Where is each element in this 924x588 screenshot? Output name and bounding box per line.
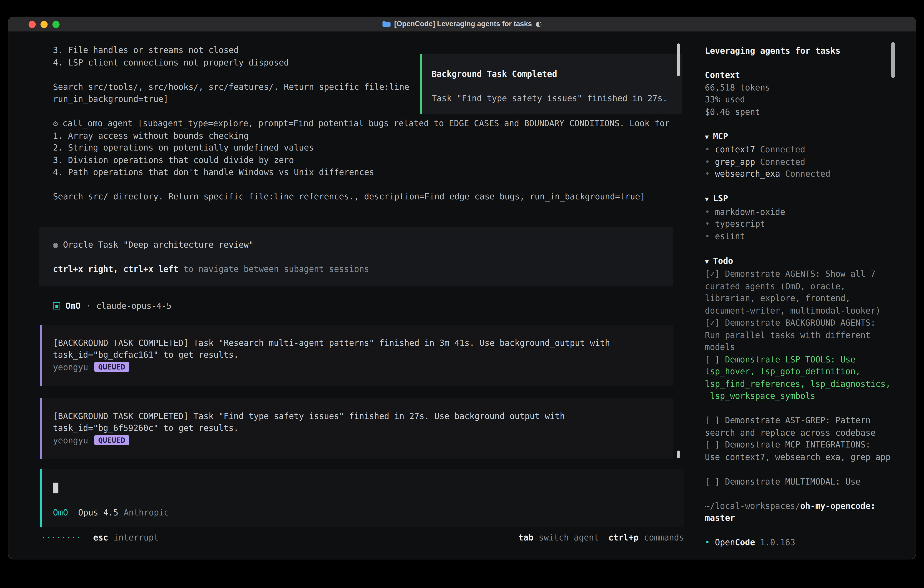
todo-item-pending: [ ] Demonstrate MULTIMODAL: Use [705,475,896,487]
lsp-server-name: markdown-oxide [715,206,785,218]
queued-status-badge: QUEUED [94,435,129,445]
git-branch: master [705,513,735,522]
status-dot-icon: • [705,536,710,548]
context-stats: 66,518 tokens 33% used $0.46 spent [705,81,896,118]
window-title: [OpenCode] Leveraging agents for tasks [394,18,532,30]
queued-status-badge: QUEUED [94,362,129,372]
input-agent-name: OmO [53,506,68,519]
mcp-item: •grep_appConnected [705,155,896,168]
todo-item-done: [✓] Demonstrate AGENTS: Show all 7 curat… [705,268,896,317]
folder-icon [382,21,391,28]
tool-call-text: call_omo_agent [subagent_type=explore, p… [53,117,670,203]
session-timer-icon: ◐ [535,18,541,30]
commands-key-label: commands [644,531,684,543]
main-scrollbar-thumb[interactable] [677,451,680,458]
window-title-group: [OpenCode] Leveraging agents for tasks ◐ [382,18,541,30]
bullet-icon: • [705,206,710,218]
todo-item-done: [✓] Demonstrate BACKGROUND AGENTS: Run p… [705,317,896,353]
lsp-item: •eslint [705,230,896,243]
sidebar: Leveraging agents for tasks Context 66,5… [705,45,896,548]
close-window-button[interactable] [29,21,36,28]
lsp-section-header[interactable]: ▼LSP [705,192,896,206]
mcp-item: •websearch_exaConnected [705,168,896,180]
background-task-toast: Background Task Completed Task "Find typ… [421,54,682,114]
input-model-name: Opus 4.5 [78,506,119,519]
title-bar[interactable]: [OpenCode] Leveraging agents for tasks ◐ [8,17,916,31]
context-heading: Context [705,69,896,81]
terminal-window: [OpenCode] Leveraging agents for tasks ◐… [8,17,916,559]
app-name-bold: Code [735,536,755,548]
main-scrollbar-thumb[interactable] [677,43,680,76]
message-text: [BACKGROUND TASK COMPLETED] Task "Find t… [53,410,673,434]
oracle-task-panel: ◉ Oracle Task "Deep architecture review"… [39,227,673,286]
chevron-down-icon: ▼ [705,258,709,265]
message-author: yeongyu [53,434,88,446]
zoom-window-button[interactable] [52,21,59,28]
mcp-heading: MCP [713,131,728,141]
mcp-server-status: Connected [785,168,830,180]
message-author-row: yeongyu QUEUED [53,361,673,373]
oracle-hint-keys: ctrl+x right, ctrl+x left [53,264,178,274]
message-author-row: yeongyu QUEUED [53,434,673,446]
workspace-path: ~/local-workspaces/ [705,501,800,510]
terminal-scrollback-text: 3. File handles or streams not closed 4.… [53,44,409,105]
session-title: Leveraging agents for tasks [705,45,896,57]
mcp-section-header[interactable]: ▼MCP [705,130,896,144]
mcp-server-status: Connected [760,144,805,156]
bullet-icon: • [705,144,710,156]
message-author: yeongyu [53,361,88,373]
input-provider-name: Anthropic [124,506,169,519]
lsp-server-name: eslint [715,230,745,243]
status-bar: ········ esc interrupt tab switch agent … [41,531,684,543]
esc-key-label: interrupt [114,531,159,543]
chevron-down-icon: ▼ [705,195,709,203]
agent-header: OmO · claude-opus-4-5 [53,300,172,312]
lsp-server-name: typescript [715,218,765,230]
oracle-task-title: Oracle Task "Deep architecture review" [58,240,254,249]
tab-key-label: switch agent [539,531,599,543]
text-cursor [53,483,58,494]
app-name: Open [715,536,735,548]
window-controls [29,21,59,28]
workspace-path-row: ~/local-workspaces/oh-my-opencode: [705,500,896,512]
mcp-server-name: context7 [715,144,755,156]
lsp-item: •typescript [705,218,896,230]
todo-item-pending: [ ] Demonstrate AST-GREP: Pattern search… [705,414,896,439]
version-row: •OpenCode1.0.163 [705,536,896,548]
agent-separator: · [86,300,91,312]
toast-title: Background Task Completed [432,68,682,80]
working-spinner-icon: ········ [41,531,81,543]
oracle-task-title-row: ◉ Oracle Task "Deep architecture review" [53,239,673,251]
background-task-message: [BACKGROUND TASK COMPLETED] Task "Resear… [40,325,673,386]
esc-key-hint: esc [93,531,108,543]
agent-model: claude-opus-4-5 [96,300,172,312]
status-bar-right: tab switch agent ctrl+p commands [518,531,684,543]
toast-body: Task "Find type safety issues" finished … [432,92,682,105]
oracle-session-icon: ◉ [53,240,58,249]
bullet-icon: • [705,155,710,168]
bullet-icon: • [705,230,710,243]
lsp-item: •markdown-oxide [705,206,896,218]
agent-square-icon [53,302,60,309]
oracle-hint-text: to navigate between subagent sessions [178,264,369,274]
lsp-heading: LSP [713,193,728,203]
app-version: 1.0.163 [760,536,795,548]
mcp-server-name: websearch_exa [715,168,780,180]
mcp-item: •context7Connected [705,144,896,156]
mcp-server-status: Connected [760,155,805,168]
workspace-branch-row: master [705,512,896,524]
todo-section-header[interactable]: ▼Todo [705,254,896,268]
status-bar-left: ········ esc interrupt [41,531,159,543]
prompt-input[interactable]: OmO Opus 4.5 Anthropic [40,469,684,527]
commands-key-hint: ctrl+p [609,531,639,543]
todo-item-active: [ ] Demonstrate LSP TOOLS: Use lsp_hover… [705,353,896,402]
minimize-window-button[interactable] [40,21,48,28]
todo-item-pending: [ ] Demonstrate MCP INTEGRATIONS: Use co… [705,439,896,463]
bullet-icon: • [705,168,710,180]
todo-heading: Todo [713,256,733,265]
workspace-repo: oh-my-opencode: [800,501,876,510]
tab-key-hint: tab [518,531,533,543]
screen: [OpenCode] Leveraging agents for tasks ◐… [0,0,924,588]
background-task-message: [BACKGROUND TASK COMPLETED] Task "Find t… [40,398,673,459]
message-text: [BACKGROUND TASK COMPLETED] Task "Resear… [53,337,673,361]
